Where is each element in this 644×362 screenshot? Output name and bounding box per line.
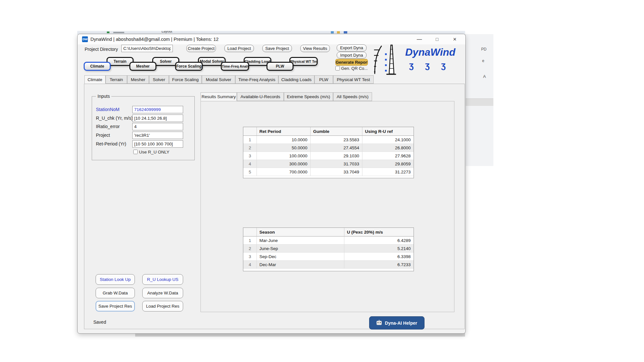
- table-row: 1 Mar-June 6.4289: [243, 237, 414, 245]
- row-number-cell: 5: [243, 168, 257, 176]
- maximize-button[interactable]: □: [430, 35, 444, 44]
- background-ribbon-text: Layout: [162, 31, 172, 33]
- table-footer-strip: [243, 176, 414, 178]
- table-header-cell: Season: [257, 228, 344, 237]
- background-fragment: [466, 98, 493, 106]
- ru-chk-input[interactable]: [132, 115, 183, 122]
- table-cell: 6.7233: [344, 261, 414, 269]
- minimize-button[interactable]: —: [412, 35, 426, 44]
- table-row: 2 June-Sep 5.2140: [243, 245, 414, 253]
- nav-button-physical-wt-test[interactable]: Physical WT Test: [289, 57, 318, 66]
- export-dyna-button[interactable]: Export Dyna: [337, 44, 367, 51]
- table-cell: 300.0000: [257, 160, 311, 168]
- results-tab-extreme-speeds[interactable]: Extreme Speeds (m/s): [284, 92, 333, 101]
- grab-wdata-button[interactable]: Grab W.Data: [96, 288, 135, 298]
- create-project-button[interactable]: Create Project: [186, 45, 216, 52]
- table-row: 3 Sep-Dec 6.3398: [243, 253, 414, 261]
- generate-report-button[interactable]: Generate Report: [335, 59, 368, 66]
- view-results-button[interactable]: View Results: [300, 45, 330, 52]
- nav-button-plw[interactable]: PLW: [266, 62, 294, 71]
- table-cell: 27.9628: [362, 152, 414, 160]
- load-project-button[interactable]: Load Project: [224, 45, 254, 52]
- climate-tab-content: Inputs StationNoM R_U_chk (Yr, m/s) IRat…: [84, 84, 465, 329]
- row-number-cell: 2: [243, 144, 257, 152]
- table-header-cell: Gumble: [311, 127, 362, 136]
- table-footer-strip: [243, 269, 414, 271]
- gen-qr-checkbox[interactable]: [335, 66, 340, 70]
- station-look-up-button[interactable]: Station Look Up: [96, 274, 135, 285]
- tab-solver[interactable]: Solver: [149, 75, 169, 84]
- nav-button-mesher[interactable]: Mesher: [129, 62, 156, 71]
- background-fragment: [113, 32, 124, 33]
- results-tab-all-speeds[interactable]: All Speeds (m/s): [333, 92, 372, 101]
- background-fragment-text: A: [483, 74, 486, 79]
- table-cell: 26.8000: [362, 144, 414, 152]
- nav-button-time-freq-analysis[interactable]: Time-Freq Analysis: [221, 62, 249, 71]
- row-number-cell: 1: [243, 136, 257, 144]
- tab-physical-wt-test[interactable]: Physical WT Test: [333, 75, 374, 84]
- tab-terrain[interactable]: Terrain: [106, 75, 127, 84]
- iratio-error-label: IRatio_error: [96, 124, 120, 129]
- row-number-cell: 3: [243, 253, 257, 261]
- dyna-ai-helper-label: Dyna-AI Helper: [385, 320, 417, 326]
- table-cell: 100.0000: [257, 152, 311, 160]
- tab-time-freq-analysis[interactable]: Time-Freq Analysis: [235, 75, 278, 84]
- ret-period-table: Ret Period Gumble Using R-U ref 1 10.000…: [243, 127, 414, 178]
- dynawind-window: DW DynaWind | aboshosha84@gmail.com | Pr…: [77, 34, 466, 334]
- close-button[interactable]: ×: [448, 35, 462, 44]
- load-project-res-button[interactable]: Load Project Res: [142, 301, 183, 311]
- gen-qr-checkbox-label: Gen. QR Co...: [341, 66, 368, 71]
- results-tab-available-u-records[interactable]: Available-U-Records: [237, 92, 284, 101]
- table-cell: 31.7033: [311, 160, 362, 168]
- nav-button-climate[interactable]: Climate: [84, 62, 111, 71]
- use-ru-only-checkbox[interactable]: [133, 150, 138, 154]
- project-directory-input[interactable]: [121, 45, 173, 52]
- robot-icon: [377, 321, 382, 325]
- row-number-cell: 1: [243, 237, 257, 245]
- ru-lookup-us-button[interactable]: R_U Lookup US: [142, 274, 183, 285]
- table-cell: 6.4289: [344, 237, 414, 245]
- inputs-groupbox-title: Inputs: [96, 94, 111, 99]
- import-dyna-button[interactable]: Import Dyna: [337, 52, 367, 59]
- nav-button-force-scaling[interactable]: Force Scaling: [175, 62, 203, 71]
- table-row: 2 50.0000 27.4554 26.8000: [243, 144, 414, 152]
- tab-climate[interactable]: Climate: [84, 75, 106, 84]
- table-header-cell: Using R-U ref: [362, 127, 414, 136]
- table-cell: Sep-Dec: [257, 253, 344, 261]
- table-header-row: Season U (Pexc 20%) m/s: [243, 228, 414, 237]
- stationnom-label: StationNoM: [96, 107, 119, 112]
- logo-wordmark: DynaWind: [405, 46, 455, 58]
- wind-swirl-icon: ʒ ʒ ʒ: [409, 60, 450, 70]
- row-number-cell: 3: [243, 152, 257, 160]
- table-cell: 5.2140: [344, 245, 414, 253]
- row-number-cell: 4: [243, 261, 257, 269]
- use-ru-only-label: Use R_U ONLY: [139, 150, 169, 154]
- tab-plw[interactable]: PLW: [314, 75, 333, 84]
- inputs-groupbox: Inputs StationNoM R_U_chk (Yr, m/s) IRat…: [92, 96, 195, 160]
- save-project-button[interactable]: Save Project: [262, 45, 292, 52]
- analyze-wdata-button[interactable]: Analyze W.Data: [142, 288, 183, 298]
- title-bar[interactable]: DW DynaWind | aboshosha84@gmail.com | Pr…: [78, 34, 465, 44]
- table-cell: 10.0000: [257, 136, 311, 144]
- table-cell: 23.5583: [311, 136, 362, 144]
- table-cell: 29.8059: [362, 160, 414, 168]
- tab-mesher[interactable]: Mesher: [127, 75, 149, 84]
- results-tab-summary[interactable]: Results Summary: [201, 92, 237, 101]
- ret-period-input[interactable]: [132, 140, 183, 148]
- table-cell: 6.3398: [344, 253, 414, 261]
- results-summary-panel: Ret Period Gumble Using R-U ref 1 10.000…: [201, 101, 454, 312]
- table-header-row: Ret Period Gumble Using R-U ref: [243, 127, 414, 136]
- iratio-error-input[interactable]: [132, 123, 183, 130]
- stationnom-input[interactable]: [132, 106, 183, 113]
- table-cell: 29.1030: [311, 152, 362, 160]
- tab-force-scaling[interactable]: Force Scaling: [169, 75, 202, 84]
- project-input[interactable]: [132, 132, 183, 139]
- table-header-cell: Ret Period: [257, 127, 311, 136]
- dyna-ai-helper-button[interactable]: Dyna-AI Helper: [369, 316, 425, 330]
- table-cell: 33.7049: [311, 168, 362, 176]
- save-project-res-button[interactable]: Save Project Res: [96, 301, 135, 311]
- tab-cladding-loads[interactable]: Cladding Loads: [278, 75, 314, 84]
- background-fragment-text: PD: [481, 47, 487, 51]
- table-row: 3 100.0000 29.1030 27.9628: [243, 152, 414, 160]
- tab-modal-solver[interactable]: Modal Solver: [202, 75, 235, 84]
